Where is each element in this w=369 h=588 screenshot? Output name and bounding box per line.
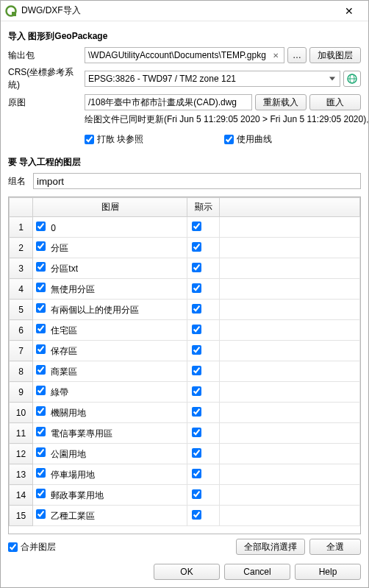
scatter-checkbox-input[interactable] xyxy=(85,135,94,144)
help-button[interactable]: Help xyxy=(295,564,361,580)
visible-cell[interactable] xyxy=(187,258,220,279)
table-row[interactable]: 11 電信事業專用區 xyxy=(10,423,360,444)
layer-enable-checkbox[interactable] xyxy=(36,386,46,395)
layer-enable-checkbox[interactable] xyxy=(36,447,46,457)
layer-visible-checkbox[interactable] xyxy=(192,489,201,499)
layer-enable-checkbox[interactable] xyxy=(36,365,46,375)
layer-visible-checkbox[interactable] xyxy=(192,304,201,314)
layer-enable-checkbox[interactable] xyxy=(36,406,46,416)
table-row[interactable]: 7 保存區 xyxy=(10,341,360,361)
visible-cell[interactable] xyxy=(187,320,220,341)
visible-cell[interactable] xyxy=(187,444,220,464)
table-row[interactable]: 9 綠帶 xyxy=(10,382,360,403)
visible-cell[interactable] xyxy=(187,238,220,258)
visible-cell[interactable] xyxy=(187,403,220,423)
table-row[interactable]: 5 有兩個以上的使用分區 xyxy=(10,300,360,320)
layers-table-scroll[interactable]: 图層 顯示 1 02 分區3 分區txt4 無使用分區5 有兩個以上的使用分區6… xyxy=(9,197,360,534)
table-row[interactable]: 1 0 xyxy=(10,217,360,238)
close-icon[interactable]: ✕ xyxy=(334,5,364,17)
layer-cell[interactable]: 郵政事業用地 xyxy=(33,485,187,506)
visible-cell[interactable] xyxy=(187,506,220,526)
merge-checkbox[interactable]: 合并图层 xyxy=(8,541,56,553)
table-row[interactable]: 15 乙種工業區 xyxy=(10,506,360,526)
layer-cell[interactable]: 無使用分區 xyxy=(33,279,187,300)
table-row[interactable]: 3 分區txt xyxy=(10,258,360,279)
layer-visible-checkbox[interactable] xyxy=(192,242,201,252)
row-number: 8 xyxy=(10,361,33,382)
crs-select[interactable]: EPSG:3826 - TWD97 / TM2 zone 121 xyxy=(85,71,340,87)
table-row[interactable]: 6 住宅區 xyxy=(10,320,360,341)
crs-picker-button[interactable] xyxy=(343,71,361,87)
layer-enable-checkbox[interactable] xyxy=(36,283,46,292)
output-pkg-field[interactable]: \WDAGUtilityAccount\Documents\TEMP.gpkg … xyxy=(85,47,284,63)
layer-enable-checkbox[interactable] xyxy=(36,262,46,272)
visible-cell[interactable] xyxy=(187,300,220,320)
visible-cell[interactable] xyxy=(187,361,220,382)
table-row[interactable]: 4 無使用分區 xyxy=(10,279,360,300)
source-field[interactable]: /108年臺中市都市計畫成果(CAD).dwg xyxy=(85,94,252,110)
layer-cell[interactable]: 保存區 xyxy=(33,341,187,361)
ok-button[interactable]: OK xyxy=(154,564,220,580)
layer-cell[interactable]: 公園用地 xyxy=(33,444,187,464)
cancel-button[interactable]: Cancel xyxy=(224,564,290,580)
visible-cell[interactable] xyxy=(187,423,220,444)
deselect-all-button[interactable]: 全部取消選擇 xyxy=(236,539,305,555)
layer-visible-checkbox[interactable] xyxy=(192,448,201,458)
visible-cell[interactable] xyxy=(187,382,220,403)
layer-cell[interactable]: 分區 xyxy=(33,238,187,258)
visible-cell[interactable] xyxy=(187,279,220,300)
layer-visible-checkbox[interactable] xyxy=(192,345,201,355)
layer-enable-checkbox[interactable] xyxy=(36,241,46,251)
layer-cell[interactable]: 電信事業專用區 xyxy=(33,423,187,444)
layer-visible-checkbox[interactable] xyxy=(192,407,201,417)
layer-cell[interactable]: 有兩個以上的使用分區 xyxy=(33,300,187,320)
layer-visible-checkbox[interactable] xyxy=(192,386,201,396)
scatter-checkbox[interactable]: 打散 块参照 xyxy=(85,133,143,146)
layer-visible-checkbox[interactable] xyxy=(192,510,201,520)
layer-visible-checkbox[interactable] xyxy=(192,222,201,231)
table-row[interactable]: 12 公園用地 xyxy=(10,444,360,464)
layer-visible-checkbox[interactable] xyxy=(192,366,201,375)
layer-visible-checkbox[interactable] xyxy=(192,325,201,334)
table-row[interactable]: 8 商業區 xyxy=(10,361,360,382)
curves-checkbox[interactable]: 使用曲线 xyxy=(224,133,272,146)
visible-cell[interactable] xyxy=(187,464,220,485)
layer-cell[interactable]: 停車場用地 xyxy=(33,464,187,485)
clear-output-icon[interactable]: ✕ xyxy=(270,49,282,61)
layer-name-text: 分區 xyxy=(51,243,68,253)
layer-cell[interactable]: 機關用地 xyxy=(33,403,187,423)
layer-cell[interactable]: 綠帶 xyxy=(33,382,187,403)
layer-enable-checkbox[interactable] xyxy=(36,344,46,354)
layer-cell[interactable]: 商業區 xyxy=(33,361,187,382)
layer-cell[interactable]: 乙種工業區 xyxy=(33,506,187,526)
layer-visible-checkbox[interactable] xyxy=(192,283,201,293)
group-name-input[interactable] xyxy=(33,173,361,189)
load-layers-button[interactable]: 加载图层 xyxy=(309,47,361,63)
visible-cell[interactable] xyxy=(187,217,220,238)
visible-cell[interactable] xyxy=(187,485,220,506)
import-button[interactable]: 匯入 xyxy=(309,94,361,110)
table-row[interactable]: 13 停車場用地 xyxy=(10,464,360,485)
layer-enable-checkbox[interactable] xyxy=(36,222,46,231)
visible-cell[interactable] xyxy=(187,341,220,361)
layer-visible-checkbox[interactable] xyxy=(192,263,201,272)
table-row[interactable]: 2 分區 xyxy=(10,238,360,258)
curves-checkbox-input[interactable] xyxy=(224,135,234,144)
layer-visible-checkbox[interactable] xyxy=(192,469,201,478)
layer-enable-checkbox[interactable] xyxy=(36,489,46,498)
reload-button[interactable]: 重新载入 xyxy=(255,94,307,110)
layer-enable-checkbox[interactable] xyxy=(36,324,46,333)
layer-cell[interactable]: 0 xyxy=(33,217,187,238)
table-row[interactable]: 14 郵政事業用地 xyxy=(10,485,360,506)
select-all-button[interactable]: 全選 xyxy=(309,539,361,555)
merge-checkbox-input[interactable] xyxy=(8,542,18,552)
layer-cell[interactable]: 住宅區 xyxy=(33,320,187,341)
table-row[interactable]: 10 機關用地 xyxy=(10,403,360,423)
layer-visible-checkbox[interactable] xyxy=(192,428,201,437)
layer-cell[interactable]: 分區txt xyxy=(33,258,187,279)
browse-output-button[interactable]: … xyxy=(287,47,307,63)
layer-enable-checkbox[interactable] xyxy=(36,468,46,478)
layer-enable-checkbox[interactable] xyxy=(36,303,46,313)
layer-enable-checkbox[interactable] xyxy=(36,509,46,519)
layer-enable-checkbox[interactable] xyxy=(36,427,46,436)
